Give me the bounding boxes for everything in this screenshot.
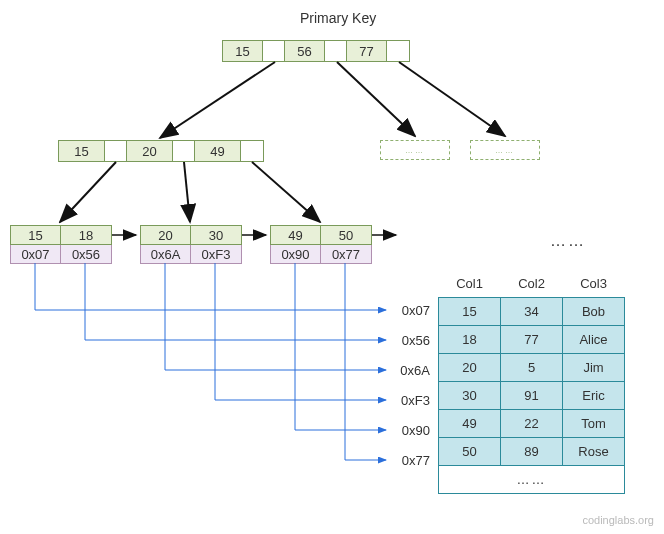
root-cell: 56 [285, 41, 325, 61]
addr-label: 0x6A [390, 363, 430, 378]
leaf-key: 20 [141, 226, 191, 244]
table-row: 4922Tom [439, 410, 625, 438]
col-header: Col1 [439, 270, 501, 298]
node-cell: 20 [127, 141, 173, 161]
table-row-footer: …… [439, 466, 625, 494]
node-cell: 49 [195, 141, 241, 161]
root-cell-ptr [387, 41, 409, 61]
root-node: 15 56 77 [222, 40, 410, 62]
node-cell: 15 [59, 141, 105, 161]
root-cell-ptr [325, 41, 347, 61]
watermark: codinglabs.org [582, 514, 654, 526]
ghost-node: …… [470, 140, 540, 160]
svg-line-5 [252, 162, 320, 222]
root-cell-ptr [263, 41, 285, 61]
col-header: Col3 [563, 270, 625, 298]
addr-label: 0x56 [390, 333, 430, 348]
table-row: 3091Eric [439, 382, 625, 410]
leaf-ptr: 0x56 [61, 245, 111, 263]
node-cell-ptr [173, 141, 195, 161]
addr-label: 0x07 [390, 303, 430, 318]
data-table: Col1 Col2 Col3 1534Bob 1877Alice 205Jim … [438, 270, 625, 494]
node-cell-ptr [105, 141, 127, 161]
table-row: 1877Alice [439, 326, 625, 354]
svg-line-1 [337, 62, 415, 136]
leaf-node: 49 50 0x90 0x77 [270, 225, 372, 264]
table-row: 205Jim [439, 354, 625, 382]
diagram-title: Primary Key [300, 10, 376, 26]
leaf-ptr: 0x77 [321, 245, 371, 263]
leaf-key: 30 [191, 226, 241, 244]
leaf-key: 15 [11, 226, 61, 244]
node-cell-ptr [241, 141, 263, 161]
root-cell: 15 [223, 41, 263, 61]
svg-line-3 [60, 162, 116, 222]
addr-label: 0x77 [390, 453, 430, 468]
leaf-key: 50 [321, 226, 371, 244]
leaf-node: 20 30 0x6A 0xF3 [140, 225, 242, 264]
leaf-node: 15 18 0x07 0x56 [10, 225, 112, 264]
leaf-ptr: 0x90 [271, 245, 321, 263]
table-row: 5089Rose [439, 438, 625, 466]
internal-node: 15 20 49 [58, 140, 264, 162]
svg-line-2 [399, 62, 505, 136]
leaf-ptr: 0xF3 [191, 245, 241, 263]
leaf-key: 49 [271, 226, 321, 244]
addr-label: 0xF3 [390, 393, 430, 408]
leaf-key: 18 [61, 226, 111, 244]
leaf-ptr: 0x07 [11, 245, 61, 263]
leaf-ptr: 0x6A [141, 245, 191, 263]
root-cell: 77 [347, 41, 387, 61]
ghost-node: …… [380, 140, 450, 160]
col-header: Col2 [501, 270, 563, 298]
svg-line-4 [184, 162, 190, 222]
table-row: 1534Bob [439, 298, 625, 326]
leaf-ellipsis: …… [550, 232, 586, 250]
svg-line-0 [160, 62, 275, 138]
addr-label: 0x90 [390, 423, 430, 438]
